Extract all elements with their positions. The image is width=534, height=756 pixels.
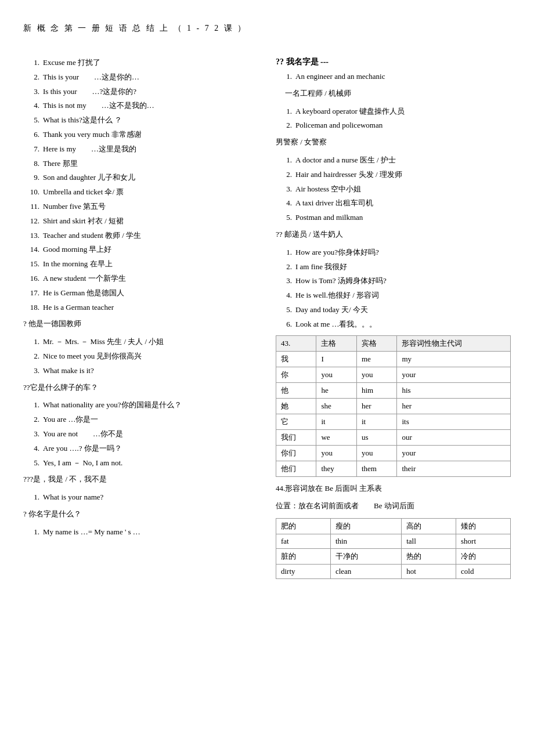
pronoun-table-cell: it — [316, 414, 356, 429]
adj-table-cell: thin — [330, 534, 401, 549]
list-item: 2.This is your …这是你的… — [23, 71, 258, 84]
list-content: Good morning 早上好 — [43, 244, 258, 256]
list-num: 9. — [23, 172, 39, 184]
list-num: 1. — [276, 106, 292, 118]
list-num: 6. — [23, 129, 39, 141]
list-content: How is Tom? 汤姆身体好吗? — [295, 275, 511, 287]
list-content: Teacher and student 教师 / 学生 — [43, 230, 258, 242]
note-name: ? 你名字是什么？ — [23, 508, 258, 520]
list-content: He is well.他很好 / 形容词 — [295, 290, 511, 302]
list-num: 2. — [276, 261, 292, 273]
right-column: ?? 我名字是 --- 1.An engineer and an mechani… — [276, 48, 511, 579]
page-wrapper: 新 概 念 第 一 册 短 语 总 结 上 （ 1 - 7 2 课 ） 1.Ex… — [23, 23, 511, 579]
pronoun-table-cell: me — [356, 351, 396, 367]
pronoun-table-cell: 我们 — [276, 429, 316, 445]
pronoun-table-cell: I — [316, 351, 356, 367]
list-item: 16.A new student 一个新学生 — [23, 273, 258, 285]
list-content: Policeman and policewoman — [295, 120, 511, 132]
list-content: Are you ….? 你是一吗？ — [43, 443, 258, 455]
list-item: 1.What nationality are you?你的国籍是什么？ — [23, 399, 258, 411]
pronoun-table-cell: our — [397, 429, 511, 445]
list-content: Shirt and skirt 衬衣 / 短裙 — [43, 215, 258, 227]
list-content: A doctor and a nurse 医生 / 护士 — [295, 154, 511, 167]
list-content: Son and daughter 儿子和女儿 — [43, 172, 258, 184]
left-column: 1.Excuse me 打扰了2.This is your …这是你的…3.Is… — [23, 48, 258, 579]
list-num: 3. — [23, 365, 39, 377]
pronoun-table-header-row: 43.主格宾格形容词性物主代词 — [276, 335, 511, 351]
adj-table-body: 肥的瘦的高的矮的fatthintallshort脏的干净的热的冷的dirtycl… — [276, 519, 511, 579]
list-content: How are you?你身体好吗? — [295, 247, 511, 259]
list-item: 3.How is Tom? 汤姆身体好吗? — [276, 275, 511, 287]
pronoun-table-cell: her — [397, 398, 511, 414]
list-num: 13. — [23, 230, 39, 242]
list-content: You are not …你不是 — [43, 428, 258, 440]
list-num: 3. — [23, 428, 39, 440]
list-num: 1. — [276, 154, 292, 167]
list-num: 11. — [23, 201, 39, 213]
list-num: 3. — [276, 275, 292, 287]
list-content: A new student 一个新学生 — [43, 273, 258, 285]
list-item: 2.Hair and hairdresser 头发 / 理发师 — [276, 169, 511, 181]
list-item: 7.Here is my …这里是我的 — [23, 143, 258, 155]
list-content: This is not my …这不是我的… — [43, 100, 258, 112]
pronoun-table-row: 我们weusour — [276, 429, 511, 445]
note-engineer: 一名工程师 / 机械师 — [285, 88, 511, 100]
pronoun-table-row: 他hehimhis — [276, 382, 511, 398]
adj-table-cell: clean — [330, 565, 401, 579]
pronoun-table-cell: 你们 — [276, 445, 316, 461]
list-item: 9.Son and daughter 儿子和女儿 — [23, 172, 258, 184]
list-num: 1. — [23, 526, 39, 538]
list-num: 5. — [276, 304, 292, 316]
list-num: 1. — [276, 247, 292, 259]
list-content: Excuse me 打扰了 — [43, 57, 258, 69]
list-item: 3.Air hostess 空中小姐 — [276, 183, 511, 196]
adj-table-cell: 肥的 — [276, 519, 331, 534]
note-german: ? 他是一德国教师 — [23, 318, 258, 330]
list-item: 6.Look at me …看我。。。 — [276, 319, 511, 331]
list-num: 1. — [23, 336, 39, 348]
note-police: 男警察 / 女警察 — [276, 136, 511, 149]
list-num: 3. — [23, 86, 39, 98]
list-item: 1.Excuse me 打扰了 — [23, 57, 258, 69]
list-item: 5.Day and today 天/ 今天 — [276, 304, 511, 316]
adj-table-cell: 瘦的 — [330, 519, 401, 534]
sub-list-4: 1.My name is …= My name ' s … — [23, 526, 258, 538]
list-content: Umbrella and ticket 伞/ 票 — [43, 186, 258, 198]
list-num: 12. — [23, 215, 39, 227]
list-content: Look at me …看我。。。 — [295, 319, 511, 331]
list-num: 5. — [23, 457, 39, 469]
pronoun-table-header-cell: 主格 — [316, 335, 356, 351]
pronoun-table-cell: it — [356, 414, 396, 429]
adj-table-cell: 热的 — [402, 549, 456, 565]
list-item: 18.He is a German teacher — [23, 302, 258, 314]
adj-note-2: 位置：放在名词前面或者 Be 动词后面 — [276, 500, 511, 512]
list-content: Here is my …这里是我的 — [43, 143, 258, 155]
list-item: 15.In the morning 在早上 — [23, 258, 258, 270]
list-content: What nationality are you?你的国籍是什么？ — [43, 399, 258, 411]
list-item: 1.A keyboard operator 键盘操作人员 — [276, 106, 511, 118]
adj-table-cell: fat — [276, 534, 331, 549]
list-content: Mr. － Mrs. － Miss 先生 / 夫人 / 小姐 — [43, 336, 258, 348]
adj-table-cell: hot — [402, 565, 456, 579]
list-content: I am fine 我很好 — [295, 261, 511, 273]
pronoun-table-cell: 他 — [276, 382, 316, 398]
list-item: 6.Thank you very much 非常感谢 — [23, 129, 258, 141]
pronoun-table: 43.主格宾格形容词性物主代词 我Imemy你youyouyour他hehimh… — [276, 335, 511, 477]
items-name-list: 1.An engineer and an mechanic — [276, 71, 511, 83]
list-item: 3.What make is it? — [23, 365, 258, 377]
items-greeting-list: 1.How are you?你身体好吗?2.I am fine 我很好3.How… — [276, 247, 511, 331]
list-item: 13.Teacher and student 教师 / 学生 — [23, 230, 258, 242]
list-content: Thank you very much 非常感谢 — [43, 129, 258, 141]
list-item: 12.Shirt and skirt 衬衣 / 短裙 — [23, 215, 258, 227]
list-content: My name is …= My name ' s … — [43, 526, 258, 538]
pronoun-table-cell: 她 — [276, 398, 316, 414]
adj-table-cell: dirty — [276, 565, 331, 579]
list-content: You are …你是一 — [43, 414, 258, 426]
list-content: This is your …这是你的… — [43, 71, 258, 84]
pronoun-table-cell: my — [397, 351, 511, 367]
list-content: A keyboard operator 键盘操作人员 — [295, 106, 511, 118]
list-item: 1.A doctor and a nurse 医生 / 护士 — [276, 154, 511, 167]
list-num: 4. — [276, 197, 292, 209]
pronoun-table-cell: your — [397, 367, 511, 382]
list-content: There 那里 — [43, 158, 258, 170]
